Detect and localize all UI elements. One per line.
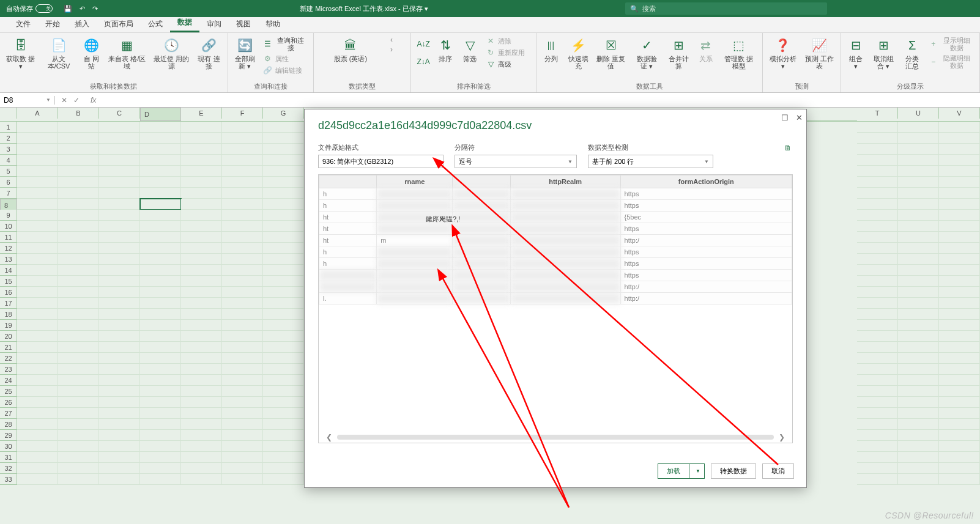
- cell[interactable]: [17, 243, 58, 254]
- cell[interactable]: [222, 353, 263, 364]
- cell[interactable]: [222, 364, 263, 375]
- cell[interactable]: [140, 232, 181, 243]
- cell[interactable]: [222, 386, 263, 397]
- load-split-button[interactable]: 加载 ▼: [658, 463, 705, 479]
- cell[interactable]: [222, 210, 263, 221]
- cell[interactable]: [140, 122, 181, 133]
- cell[interactable]: [140, 133, 181, 144]
- chevron-down-icon[interactable]: ▼: [46, 97, 51, 103]
- cell[interactable]: [58, 221, 99, 232]
- from-csv-button[interactable]: 📄从文 本/CSV: [40, 35, 78, 71]
- row-13[interactable]: 13: [0, 254, 17, 265]
- horizontal-scrollbar[interactable]: ❮ ❯: [326, 434, 785, 440]
- close-icon[interactable]: ✕: [796, 113, 803, 122]
- cell[interactable]: [263, 474, 304, 485]
- cell[interactable]: [140, 199, 181, 210]
- toggle-switch[interactable]: 关: [35, 4, 53, 13]
- cell[interactable]: [99, 298, 140, 309]
- data-model-button[interactable]: ⬚管理数 据模型: [719, 35, 759, 71]
- cell[interactable]: [263, 177, 304, 188]
- cell[interactable]: [222, 232, 263, 243]
- cell[interactable]: [181, 309, 222, 320]
- scroll-right-icon[interactable]: ❯: [779, 433, 785, 441]
- row-33[interactable]: 33: [0, 474, 17, 485]
- cell[interactable]: [99, 144, 140, 155]
- load-dropdown[interactable]: ▼: [689, 463, 705, 479]
- cell[interactable]: [181, 386, 222, 397]
- cell[interactable]: [140, 353, 181, 364]
- cell[interactable]: [222, 265, 263, 276]
- cell[interactable]: [181, 232, 222, 243]
- flash-fill-button[interactable]: ⚡快速填充: [565, 35, 592, 71]
- cell[interactable]: [222, 375, 263, 386]
- cell[interactable]: [140, 375, 181, 386]
- cell[interactable]: [181, 188, 222, 199]
- cell[interactable]: [181, 474, 222, 485]
- name-box[interactable]: D8 ▼: [0, 96, 55, 105]
- cell[interactable]: [181, 419, 222, 430]
- cell[interactable]: [181, 155, 222, 166]
- cell[interactable]: [99, 320, 140, 331]
- cell[interactable]: [222, 199, 263, 210]
- load-button[interactable]: 加载: [658, 463, 689, 479]
- cell[interactable]: [17, 265, 58, 276]
- cell[interactable]: [263, 276, 304, 287]
- cell[interactable]: [181, 430, 222, 441]
- row-17[interactable]: 17: [0, 298, 17, 309]
- get-data-button[interactable]: 🗄获取数 据 ▾: [4, 35, 38, 71]
- cell[interactable]: [222, 452, 263, 463]
- cell[interactable]: [263, 397, 304, 408]
- row-26[interactable]: 26: [0, 397, 17, 408]
- queries-connections-button[interactable]: ☰查询和连接: [261, 35, 310, 53]
- cell[interactable]: [181, 221, 222, 232]
- row-9[interactable]: 9: [0, 210, 17, 221]
- cell[interactable]: [58, 298, 99, 309]
- cell[interactable]: [58, 441, 99, 452]
- cell[interactable]: [99, 265, 140, 276]
- cell[interactable]: [181, 452, 222, 463]
- cell[interactable]: [58, 463, 99, 474]
- cell[interactable]: [263, 375, 304, 386]
- cell[interactable]: [17, 331, 58, 342]
- cell[interactable]: [222, 441, 263, 452]
- group-button[interactable]: ⊟组合 ▾: [845, 35, 867, 71]
- recent-sources-button[interactable]: 🕓最近使 用的源: [151, 35, 192, 71]
- tab-home[interactable]: 开始: [38, 16, 67, 32]
- col-D[interactable]: D: [140, 108, 181, 121]
- transform-button[interactable]: 转换数据: [711, 463, 756, 479]
- cell[interactable]: [263, 210, 304, 221]
- cell[interactable]: [181, 265, 222, 276]
- row-27[interactable]: 27: [0, 408, 17, 419]
- cell[interactable]: [222, 474, 263, 485]
- cell[interactable]: [17, 166, 58, 177]
- cell[interactable]: [58, 133, 99, 144]
- row-28[interactable]: 28: [0, 419, 17, 430]
- cell[interactable]: [181, 342, 222, 353]
- cell[interactable]: [99, 188, 140, 199]
- cell[interactable]: [17, 276, 58, 287]
- cell[interactable]: [58, 254, 99, 265]
- col-U[interactable]: U: [898, 108, 939, 119]
- cell[interactable]: [181, 210, 222, 221]
- sort-asc-button[interactable]: A↓Z: [415, 35, 432, 53]
- tab-data[interactable]: 数据: [170, 14, 199, 32]
- cell[interactable]: [17, 397, 58, 408]
- tab-layout[interactable]: 页面布局: [97, 16, 141, 32]
- cell[interactable]: [17, 463, 58, 474]
- cell[interactable]: [58, 265, 99, 276]
- cell[interactable]: [140, 298, 181, 309]
- cell[interactable]: [140, 309, 181, 320]
- cell[interactable]: [222, 122, 263, 133]
- fx-icon[interactable]: fx: [86, 96, 101, 105]
- row-32[interactable]: 32: [0, 463, 17, 474]
- chevron-left-icon[interactable]: ‹: [390, 35, 393, 44]
- cell[interactable]: [140, 155, 181, 166]
- cell[interactable]: [58, 430, 99, 441]
- cell[interactable]: [181, 122, 222, 133]
- cell[interactable]: [99, 463, 140, 474]
- col-F[interactable]: F: [222, 108, 263, 119]
- cell[interactable]: [58, 397, 99, 408]
- cell[interactable]: [263, 353, 304, 364]
- sort-button[interactable]: ⇅排序: [434, 35, 456, 64]
- cancel-button[interactable]: 取消: [762, 463, 794, 479]
